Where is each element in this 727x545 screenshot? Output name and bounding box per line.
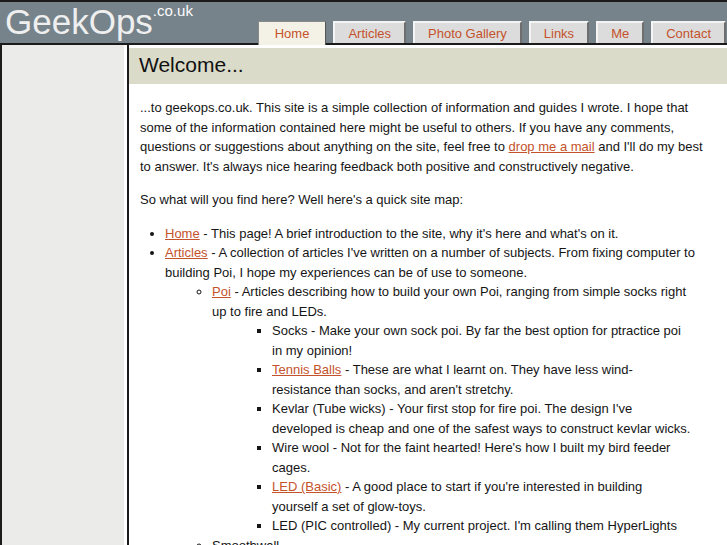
sitemap-description: - Make your own sock poi. By far the bes… (272, 323, 681, 358)
tab-home[interactable]: Home (258, 21, 327, 45)
sitemap-label: Socks (272, 323, 307, 338)
browser-page: GeekOps.co.uk HomeArticlesPhoto GalleryL… (0, 0, 727, 545)
header-divider (0, 43, 727, 45)
site-header: GeekOps.co.uk HomeArticlesPhoto GalleryL… (0, 0, 727, 43)
tab-me[interactable]: Me (596, 21, 644, 43)
sitemap-item: LED (Basic) - A good place to start if y… (272, 477, 703, 516)
tab-photo-gallery[interactable]: Photo Gallery (413, 21, 522, 43)
sitemap-level-3: Socks - Make your own sock poi. By far t… (212, 321, 703, 536)
sitemap-item: Articles - A collection of articles I've… (165, 243, 727, 545)
sitemap-label: Kevlar (Tube wicks) (272, 401, 386, 416)
sitemap-link-articles[interactable]: Articles (165, 245, 208, 260)
sitemap-link-home[interactable]: Home (165, 226, 200, 241)
sitemap-description: - This page! A brief introduction to the… (200, 226, 619, 241)
sitemap-description: - Not for the faint hearted! Here's how … (272, 440, 670, 475)
tab-articles[interactable]: Articles (333, 21, 406, 43)
sitemap-item: Tennis Balls - These are what I learnt o… (272, 360, 703, 399)
main-content: Welcome... ...to geekops.co.uk. This sit… (127, 45, 727, 545)
page-body: Welcome... ...to geekops.co.uk. This sit… (0, 45, 727, 545)
sitemap-link-poi[interactable]: Poi (212, 284, 231, 299)
sitemap-description: - My current project. I'm calling them H… (391, 518, 677, 533)
sitemap-item: LED (PIC controlled) - My current projec… (272, 516, 703, 536)
sitemap-description: - Articles describing how to build your … (212, 284, 686, 319)
sitemap-list: Home - This page! A brief introduction t… (129, 224, 727, 545)
main-nav: HomeArticlesPhoto GalleryLinksMeContact (251, 21, 726, 43)
sidebar (0, 45, 124, 545)
tab-contact[interactable]: Contact (651, 21, 726, 43)
sitemap-item: Socks - Make your own sock poi. By far t… (272, 321, 703, 360)
site-logo: GeekOps.co.uk (5, 2, 193, 42)
sitemap-label: Smoothwall (212, 538, 279, 545)
logo-text: GeekOps (5, 2, 153, 41)
sitemap-level-1: Home - This page! A brief introduction t… (129, 224, 727, 545)
tab-links[interactable]: Links (529, 21, 589, 43)
sitemap-description: - A collection of articles I've written … (165, 245, 695, 280)
sitemap-item: Wire wool - Not for the faint hearted! H… (272, 438, 703, 477)
sitemap-item: Poi - Articles describing how to build y… (212, 282, 715, 536)
sitemap-label: Wire wool (272, 440, 329, 455)
sitemap-item: Home - This page! A brief introduction t… (165, 224, 727, 244)
sitemap-level-2: Poi - Articles describing how to build y… (165, 282, 715, 545)
sitemap-label: LED (PIC controlled) (272, 518, 391, 533)
drop-me-a-mail-link[interactable]: drop me a mail (509, 139, 595, 154)
intro-paragraph: ...to geekops.co.uk. This site is a simp… (129, 98, 727, 176)
sitemap-item: SmoothwallDNS stuff - If you run a websi… (212, 536, 715, 545)
logo-tld-text: .co.uk (153, 2, 193, 19)
sitemap-intro: So what will you find here? Well here's … (129, 190, 727, 210)
sitemap-link-tennis-balls[interactable]: Tennis Balls (272, 362, 341, 377)
sitemap-link-led-basic-[interactable]: LED (Basic) (272, 479, 341, 494)
page-title: Welcome... (129, 48, 727, 84)
sitemap-item: Kevlar (Tube wicks) - Your first stop fo… (272, 399, 703, 438)
